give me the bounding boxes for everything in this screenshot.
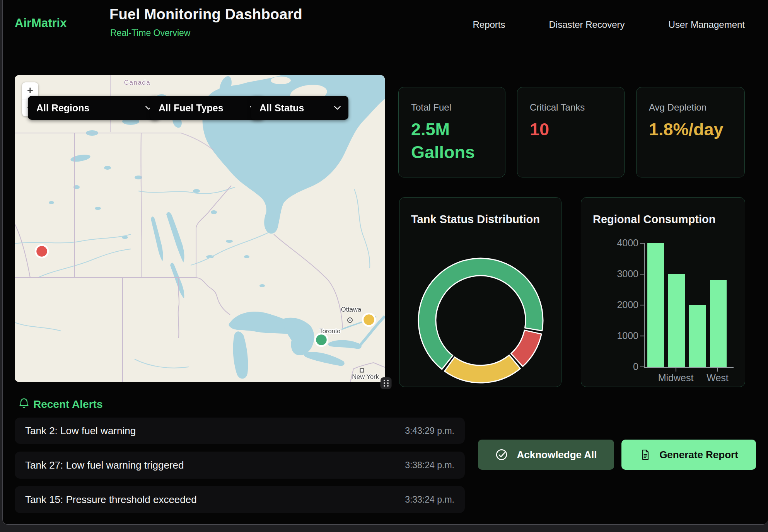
stat-card-avg-depletion: Avg Depletion 1.8%/day <box>636 87 745 177</box>
consumption-bar <box>689 305 706 367</box>
stat-label: Total Fuel <box>411 102 493 113</box>
stat-card-total-fuel: Total Fuel 2.5M Gallons <box>398 87 505 177</box>
tank-status-donut-chart <box>399 198 562 387</box>
tank-marker-normal[interactable] <box>315 334 328 346</box>
tank-map[interactable]: CanadaOttawaTorontoNew York + − All Regi… <box>15 75 385 382</box>
alert-row: Tank 27: Low fuel warning triggered 3:38… <box>15 452 465 479</box>
x-axis-tick <box>676 368 676 372</box>
alert-text: Tank 2: Low fuel warning <box>25 425 136 437</box>
tank-status-panel: Tank Status Distribution <box>399 197 561 387</box>
alert-timestamp: 3:33:24 p.m. <box>405 494 454 505</box>
alert-row: Tank 15: Pressure threshold exceeded 3:3… <box>15 486 465 513</box>
dashboard-root: AirMatrix Fuel Monitoring Dashboard Real… <box>0 0 768 532</box>
stat-value: 2.5M Gallons <box>411 118 490 164</box>
status-filter-value: All Status <box>259 102 304 114</box>
map-label-new-york: New York <box>352 373 379 380</box>
tank-marker-critical[interactable] <box>36 245 48 257</box>
generate-report-label: Generate Report <box>659 449 738 461</box>
nav-item-reports[interactable]: Reports <box>473 19 505 30</box>
nav-item-disaster-recovery[interactable]: Disaster Recovery <box>549 19 625 30</box>
fuel-type-filter-dropdown[interactable]: All Fuel Types <box>150 96 264 120</box>
alert-timestamp: 3:43:29 p.m. <box>405 426 454 436</box>
y-axis-tick-label: 0 <box>581 361 638 372</box>
donut-segment-yellow <box>445 355 521 383</box>
region-filter-value: All Regions <box>36 102 90 114</box>
x-axis-tick-label: Midwest <box>658 372 694 384</box>
x-axis-tick-label: West <box>707 372 729 384</box>
regional-consumption-panel: Regional Consumption 01000200030004000Mi… <box>581 197 745 387</box>
consumption-bar <box>710 280 727 367</box>
check-circle-icon <box>495 448 508 461</box>
brand-logo: AirMatrix <box>15 16 67 30</box>
y-axis-tick <box>640 243 644 244</box>
alerts-heading: Recent Alerts <box>33 398 102 411</box>
acknowledge-all-button[interactable]: Acknowledge All <box>478 440 614 470</box>
page-subtitle: Real-Time Overview <box>110 28 190 38</box>
x-axis-tick <box>717 368 718 372</box>
region-filter-dropdown[interactable]: All Regions <box>28 96 160 120</box>
status-filter-dropdown[interactable]: All Status <box>251 96 348 120</box>
alert-text: Tank 27: Low fuel warning triggered <box>25 459 184 471</box>
document-icon <box>639 448 651 461</box>
donut-segment-red <box>511 330 541 367</box>
generate-report-button[interactable]: Generate Report <box>621 440 756 470</box>
fuel-type-filter-value: All Fuel Types <box>159 102 224 114</box>
panel-title: Regional Consumption <box>593 213 715 226</box>
y-axis-tick <box>640 367 644 367</box>
stat-value: 1.8%/day <box>649 118 728 141</box>
map-label-canada: Canada <box>124 79 151 86</box>
drag-handle-icon[interactable] <box>381 377 391 389</box>
y-axis-tick <box>640 336 644 336</box>
y-axis-tick <box>640 305 644 305</box>
stat-label: Critical Tanks <box>530 102 612 113</box>
y-axis-tick-label: 3000 <box>581 268 638 280</box>
y-axis-tick <box>640 274 644 275</box>
regional-consumption-bar-chart <box>644 243 734 368</box>
map-canvas[interactable]: CanadaOttawaTorontoNew York <box>15 75 385 382</box>
chevron-down-icon <box>326 106 341 110</box>
page-title: Fuel Monitoring Dashboard <box>109 6 302 23</box>
alert-timestamp: 3:38:24 p.m. <box>405 460 454 471</box>
nav-item-user-management[interactable]: User Management <box>669 19 745 30</box>
y-axis-tick-label: 2000 <box>581 299 638 310</box>
alert-text: Tank 15: Pressure threshold exceeded <box>25 494 197 506</box>
consumption-bar <box>668 274 685 367</box>
map-label-ottawa: Ottawa <box>341 306 362 313</box>
chevron-down-icon <box>111 106 152 110</box>
y-axis-tick-label: 4000 <box>581 237 638 249</box>
bell-icon <box>18 397 30 411</box>
acknowledge-all-label: Acknowledge All <box>517 449 597 461</box>
stat-value: 10 <box>530 118 609 141</box>
stat-card-critical-tanks: Critical Tanks 10 <box>517 87 625 177</box>
alert-row: Tank 2: Low fuel warning 3:43:29 p.m. <box>15 418 465 444</box>
consumption-bar <box>647 243 664 367</box>
stat-label: Avg Depletion <box>649 102 732 113</box>
main-nav: Reports Disaster Recovery User Managemen… <box>473 0 745 49</box>
y-axis-tick-label: 1000 <box>581 330 638 341</box>
tank-marker-warning[interactable] <box>363 314 375 326</box>
